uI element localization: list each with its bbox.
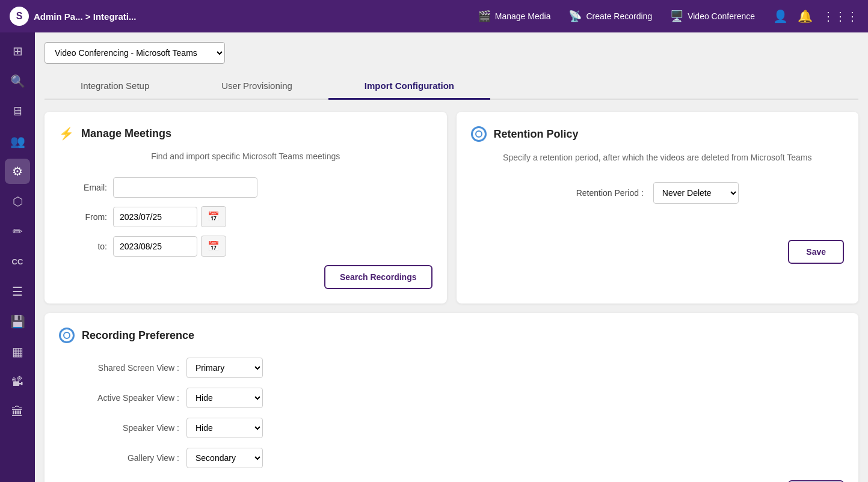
create-recording-icon: 📡: [568, 10, 582, 23]
recording-preference-card: Recording Preference Shared Screen View …: [45, 313, 858, 482]
video-conference-label: Video Conference: [688, 11, 755, 21]
integration-dropdown[interactable]: Video Conferencing - Microsoft Teams Vid…: [45, 42, 225, 64]
sidebar-item-group[interactable]: 👥: [5, 129, 30, 154]
sidebar-item-list[interactable]: ☰: [5, 279, 30, 304]
to-input-group: 2023/08/25 📅: [113, 236, 226, 257]
top-navigation: S Admin Pa... > Integrati... 🎬 Manage Me…: [0, 0, 868, 32]
gallery-view-row: Gallery View : Primary Secondary Hide: [59, 448, 844, 468]
retention-policy-card: Retention Policy Specify a retention per…: [457, 112, 859, 304]
sidebar-item-settings[interactable]: ⚙: [5, 159, 30, 184]
tabs-container: Integration Setup User Provisioning Impo…: [45, 73, 858, 100]
to-row: to: 2023/08/25 📅: [59, 236, 432, 257]
video-conference-icon: 🖥️: [670, 10, 683, 23]
apps-grid-icon[interactable]: ⋮⋮⋮: [822, 9, 858, 23]
sidebar-item-tools[interactable]: ✏: [5, 219, 30, 244]
active-speaker-view-row: Active Speaker View : Primary Secondary …: [59, 388, 844, 408]
gallery-view-select[interactable]: Primary Secondary Hide: [186, 448, 263, 468]
grid-icon: ▦: [12, 344, 23, 359]
tools-icon: ✏: [13, 224, 23, 239]
manage-media-nav[interactable]: 🎬 Manage Media: [478, 10, 551, 23]
manage-meetings-subtitle: Find and import specific Microsoft Teams…: [59, 150, 432, 163]
recording-preference-form: Shared Screen View : Primary Secondary H…: [59, 358, 844, 468]
recording-preference-title: Recording Preference: [82, 329, 194, 342]
retention-policy-title: Retention Policy: [494, 128, 579, 141]
email-label: Email:: [59, 183, 107, 192]
speaker-view-label: Speaker View :: [59, 423, 179, 433]
sidebar-item-search[interactable]: 🔍: [5, 69, 30, 94]
to-label: to:: [59, 242, 107, 251]
retention-period-select[interactable]: Never Delete 30 Days 60 Days 90 Days 1 Y…: [653, 182, 739, 204]
cards-row: ⚡ Manage Meetings Find and import specif…: [45, 112, 858, 304]
video-icon: 📽: [11, 375, 23, 389]
sidebar-item-grid[interactable]: ▦: [5, 339, 30, 364]
sidebar-item-monitor[interactable]: 🖥: [5, 99, 30, 124]
sidebar-item-layers[interactable]: ⬡: [5, 189, 30, 214]
sidebar-item-building[interactable]: 🏛: [5, 399, 30, 424]
manage-media-icon: 🎬: [478, 10, 491, 23]
content-area: Video Conferencing - Microsoft Teams Vid…: [35, 32, 868, 482]
brand-logo[interactable]: S Admin Pa... > Integrati...: [10, 7, 136, 26]
retention-save-button[interactable]: Save: [788, 240, 844, 264]
retention-policy-header: Retention Policy: [471, 126, 845, 142]
retention-period-label: Retention Period :: [576, 188, 644, 198]
email-row: Email:: [59, 177, 432, 198]
manage-media-label: Manage Media: [495, 11, 551, 21]
list-icon: ☰: [12, 284, 23, 299]
building-icon: 🏛: [11, 405, 23, 419]
speaker-view-select[interactable]: Primary Secondary Hide: [186, 418, 263, 438]
sliders-icon: ⚡: [59, 126, 74, 141]
dashboard-icon: ⊞: [13, 44, 23, 58]
shared-screen-view-label: Shared Screen View :: [59, 363, 179, 373]
logo-icon: S: [10, 7, 29, 26]
manage-meetings-title: Manage Meetings: [81, 127, 171, 140]
sidebar: ⊞ 🔍 🖥 👥 ⚙ ⬡ ✏ CC ☰ 💾 ▦: [0, 32, 35, 482]
user-avatar-icon[interactable]: 👤: [773, 9, 788, 23]
group-icon: 👥: [10, 134, 25, 148]
retention-icon: [471, 126, 487, 142]
to-calendar-button[interactable]: 📅: [201, 236, 226, 257]
create-recording-nav[interactable]: 📡 Create Recording: [568, 10, 652, 23]
search-recordings-button[interactable]: Search Recordings: [324, 265, 432, 289]
tab-integration-setup[interactable]: Integration Setup: [45, 73, 185, 100]
main-layout: ⊞ 🔍 🖥 👥 ⚙ ⬡ ✏ CC ☰ 💾 ▦: [0, 32, 868, 482]
layers-icon: ⬡: [13, 194, 23, 209]
from-date-input[interactable]: 2023/07/25: [113, 207, 197, 227]
gallery-view-label: Gallery View :: [59, 453, 179, 463]
from-label: From:: [59, 212, 107, 222]
notifications-icon[interactable]: 🔔: [798, 9, 813, 23]
from-input-group: 2023/07/25 📅: [113, 206, 226, 227]
settings-icon: ⚙: [12, 164, 23, 178]
nav-right-icons: 👤 🔔 ⋮⋮⋮: [773, 9, 858, 23]
search-icon: 🔍: [10, 74, 25, 88]
retention-period-row: Retention Period : Never Delete 30 Days …: [471, 182, 845, 204]
shared-screen-view-select[interactable]: Primary Secondary Hide: [186, 358, 263, 378]
recording-pref-icon: [59, 328, 75, 343]
speaker-view-row: Speaker View : Primary Secondary Hide: [59, 418, 844, 438]
sidebar-item-video[interactable]: 📽: [5, 369, 30, 394]
active-speaker-view-select[interactable]: Primary Secondary Hide: [186, 388, 263, 408]
sidebar-item-dashboard[interactable]: ⊞: [5, 38, 30, 64]
tab-user-provisioning[interactable]: User Provisioning: [185, 73, 328, 100]
tab-import-configuration[interactable]: Import Configuration: [328, 73, 490, 100]
to-date-input[interactable]: 2023/08/25: [113, 236, 197, 257]
create-recording-label: Create Recording: [586, 11, 652, 21]
video-conference-nav[interactable]: 🖥️ Video Conference: [670, 10, 755, 23]
shared-screen-view-row: Shared Screen View : Primary Secondary H…: [59, 358, 844, 378]
breadcrumb: Admin Pa... > Integrati...: [34, 11, 136, 22]
nav-actions: 🎬 Manage Media 📡 Create Recording 🖥️ Vid…: [478, 10, 755, 23]
integration-selector: Video Conferencing - Microsoft Teams Vid…: [45, 42, 858, 64]
sidebar-item-captions[interactable]: CC: [5, 249, 30, 274]
email-input[interactable]: [113, 177, 257, 198]
from-calendar-button[interactable]: 📅: [201, 206, 226, 227]
monitor-icon: 🖥: [11, 105, 23, 118]
retention-policy-subtitle: Specify a retention period, after which …: [471, 151, 845, 164]
recording-preference-header: Recording Preference: [59, 328, 844, 343]
storage-icon: 💾: [10, 314, 25, 329]
manage-meetings-header: ⚡ Manage Meetings: [59, 126, 432, 141]
manage-meetings-card: ⚡ Manage Meetings Find and import specif…: [45, 112, 447, 304]
captions-icon: CC: [12, 257, 23, 266]
active-speaker-view-label: Active Speaker View :: [59, 393, 179, 403]
from-row: From: 2023/07/25 📅: [59, 206, 432, 227]
sidebar-item-storage[interactable]: 💾: [5, 309, 30, 334]
